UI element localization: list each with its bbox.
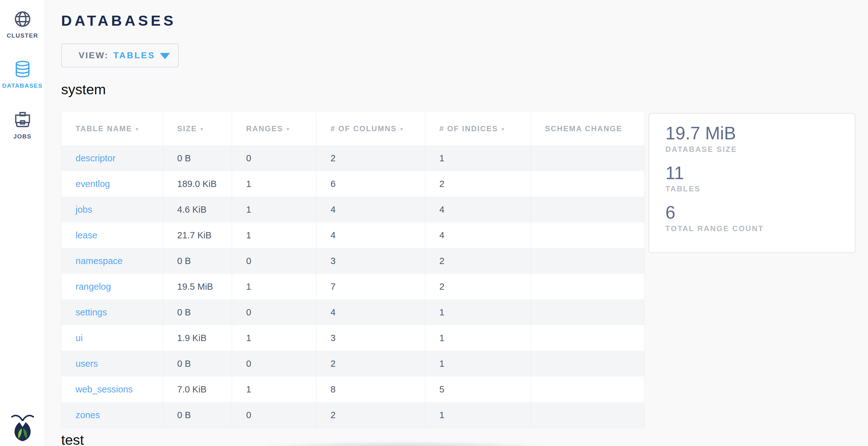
cell-name: lease <box>61 222 163 248</box>
cell-schema_change <box>531 171 644 197</box>
column-header-label: SIZE <box>177 124 197 133</box>
database-heading-system: system <box>61 81 868 98</box>
summary-stat-value: 6 <box>665 202 848 223</box>
column-header-ranges[interactable]: RANGES▾ <box>232 112 316 145</box>
cell-indices: 2 <box>425 171 531 197</box>
sidebar-item-cluster[interactable]: CLUSTER <box>0 10 45 39</box>
table-row: rangelog19.5 MiB172 <box>61 274 644 300</box>
cell-columns: 2 <box>316 145 425 171</box>
view-selector-dropdown[interactable]: VIEW: TABLES <box>61 43 179 67</box>
column-header-schema_change: SCHEMA CHANGE <box>531 112 644 145</box>
view-selector-value: TABLES <box>113 50 155 61</box>
sidebar: CLUSTER DATABASES JOBS <box>0 0 45 446</box>
sort-arrow-icon: ▾ <box>136 126 138 133</box>
table-name-link[interactable]: namespace <box>75 256 123 266</box>
cell-indices: 1 <box>425 402 531 428</box>
summary-stat: 19.7 MiBDATABASE SIZE <box>665 123 848 154</box>
cell-size: 0 B <box>163 248 232 274</box>
cell-size: 19.5 MiB <box>163 274 232 300</box>
table-name-link[interactable]: descriptor <box>75 153 115 164</box>
cell-columns: 3 <box>316 325 425 351</box>
cell-name: jobs <box>61 197 163 222</box>
table-name-link[interactable]: zones <box>75 410 100 420</box>
cell-schema_change <box>531 300 644 325</box>
summary-stat: 6TOTAL RANGE COUNT <box>665 202 848 233</box>
sort-arrow-icon: ▾ <box>200 126 203 133</box>
column-header-label: RANGES <box>246 124 283 133</box>
cell-columns: 4 <box>316 222 425 248</box>
cell-ranges: 0 <box>232 351 316 376</box>
cell-columns: 3 <box>316 248 425 274</box>
cell-ranges: 1 <box>232 325 316 351</box>
main-content: DATABASES VIEW: TABLES system TABLE NAME… <box>45 0 868 446</box>
cell-ranges: 1 <box>232 171 316 197</box>
column-header-label: # OF INDICES <box>439 124 498 133</box>
cell-columns: 7 <box>316 274 425 300</box>
cell-indices: 4 <box>425 222 531 248</box>
column-header-label: # OF COLUMNS <box>331 124 397 133</box>
table-row: ui1.9 KiB131 <box>61 325 644 351</box>
sort-arrow-icon: ▾ <box>501 126 504 133</box>
cell-indices: 5 <box>425 376 531 402</box>
table-name-link[interactable]: web_sessions <box>75 384 133 394</box>
column-header-size[interactable]: SIZE▾ <box>163 112 232 145</box>
globe-icon <box>0 10 45 28</box>
cell-name: namespace <box>61 248 163 274</box>
summary-stat: 11TABLES <box>665 163 848 194</box>
cell-columns: 2 <box>316 351 425 376</box>
table-row: jobs4.6 KiB144 <box>61 197 644 222</box>
cell-indices: 4 <box>425 197 531 222</box>
cell-name: descriptor <box>61 145 163 171</box>
cell-size: 0 B <box>163 351 232 376</box>
page-title: DATABASES <box>61 12 868 29</box>
table-row: lease21.7 KiB144 <box>61 222 644 248</box>
summary-stat-label: TOTAL RANGE COUNT <box>665 224 848 233</box>
table-name-link[interactable]: users <box>75 358 98 369</box>
cell-schema_change <box>531 325 644 351</box>
cell-name: settings <box>61 300 163 325</box>
cell-columns: 6 <box>316 171 425 197</box>
cell-indices: 1 <box>425 300 531 325</box>
cell-size: 0 B <box>163 300 232 325</box>
table-row: descriptor0 B021 <box>61 145 644 171</box>
table-name-link[interactable]: jobs <box>75 205 92 215</box>
cell-indices: 2 <box>425 248 531 274</box>
summary-stat-value: 19.7 MiB <box>665 123 848 144</box>
table-name-link[interactable]: settings <box>75 307 107 318</box>
table-header-row: TABLE NAME▾SIZE▾RANGES▾# OF COLUMNS▾# OF… <box>61 112 644 145</box>
cell-size: 21.7 KiB <box>163 222 232 248</box>
table-name-link[interactable]: lease <box>75 230 97 241</box>
table-row: users0 B021 <box>61 351 644 376</box>
cell-ranges: 0 <box>232 145 316 171</box>
cell-size: 0 B <box>163 402 232 428</box>
caret-down-icon <box>160 53 170 59</box>
cell-size: 4.6 KiB <box>163 197 232 222</box>
cell-columns: 8 <box>316 376 425 402</box>
cell-indices: 1 <box>425 325 531 351</box>
cell-ranges: 1 <box>232 274 316 300</box>
table-row: zones0 B021 <box>61 402 644 428</box>
table-name-link[interactable]: eventlog <box>75 179 110 189</box>
sidebar-item-databases[interactable]: DATABASES <box>0 60 45 89</box>
table-name-link[interactable]: rangelog <box>75 281 111 292</box>
database-heading-test: test <box>61 432 868 446</box>
cell-columns: 4 <box>316 197 425 222</box>
column-header-columns[interactable]: # OF COLUMNS▾ <box>316 112 425 145</box>
table-name-link[interactable]: ui <box>75 333 83 343</box>
table-row: namespace0 B032 <box>61 248 644 274</box>
sidebar-item-jobs[interactable]: JOBS <box>0 111 45 140</box>
cell-ranges: 1 <box>232 222 316 248</box>
column-header-indices[interactable]: # OF INDICES▾ <box>425 112 531 145</box>
cell-schema_change <box>531 197 644 222</box>
database-icon <box>0 60 45 78</box>
cell-schema_change <box>531 222 644 248</box>
cell-name: web_sessions <box>61 376 163 402</box>
cell-schema_change <box>531 145 644 171</box>
cell-name: users <box>61 351 163 376</box>
cell-indices: 1 <box>425 145 531 171</box>
column-header-name[interactable]: TABLE NAME▾ <box>61 112 163 145</box>
column-header-label: SCHEMA CHANGE <box>545 124 622 133</box>
cell-ranges: 0 <box>232 402 316 428</box>
summary-stat-value: 11 <box>665 163 848 183</box>
database-summary-card: 19.7 MiBDATABASE SIZE11TABLES6TOTAL RANG… <box>649 113 856 253</box>
